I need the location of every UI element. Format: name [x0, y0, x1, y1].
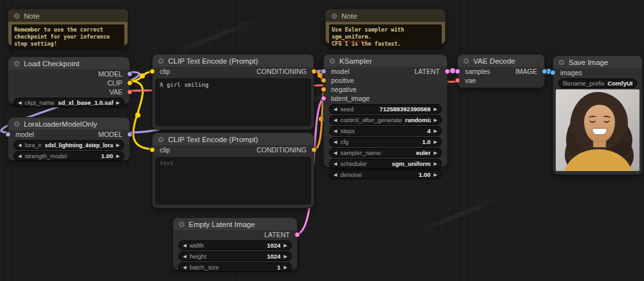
width-widget[interactable]: ◀ width 1024 ▶: [178, 240, 292, 250]
next-value-arrow-icon[interactable]: ▶: [434, 127, 437, 135]
latent-image-input-port[interactable]: [321, 96, 327, 102]
prompt-textarea[interactable]: A girl smiling: [155, 78, 311, 126]
note-text[interactable]: Use Euler sampler with sgm_uniform. CFG …: [329, 24, 442, 50]
ksampler-node[interactable]: KSampler model LATENT positive negative …: [323, 54, 448, 167]
node-title-bar[interactable]: VAE Decode: [458, 55, 544, 67]
widget-value: sdxl_lightning_4step_lora.safetensors: [44, 142, 113, 149]
latent-output-port[interactable]: [444, 69, 450, 75]
prev-value-arrow-icon[interactable]: ◀: [18, 141, 21, 149]
collapse-icon[interactable]: [332, 14, 337, 19]
next-value-arrow-icon[interactable]: ▶: [434, 149, 437, 157]
node-title-bar[interactable]: Empty Latent Image: [173, 218, 297, 230]
sampler-name-widget[interactable]: ◀ sampler_name euler ▶: [329, 148, 442, 158]
prev-value-arrow-icon[interactable]: ◀: [334, 127, 337, 135]
prev-value-arrow-icon[interactable]: ◀: [334, 159, 337, 168]
clip-output-port[interactable]: [127, 80, 133, 86]
denoise-widget[interactable]: ◀ denoise 1.00 ▶: [329, 170, 442, 179]
prev-value-arrow-icon[interactable]: ◀: [334, 116, 337, 124]
prev-value-arrow-icon[interactable]: ◀: [183, 241, 186, 249]
prompt-textarea[interactable]: text: [155, 157, 311, 204]
next-value-arrow-icon[interactable]: ▶: [434, 170, 437, 179]
collapse-icon[interactable]: [179, 222, 184, 227]
node-title-bar[interactable]: CLIP Text Encode (Prompt): [153, 55, 314, 67]
prev-value-arrow-icon[interactable]: ◀: [334, 149, 337, 157]
latent-output-port[interactable]: [294, 232, 300, 238]
note-text-segment: Use Euler sampler with: [332, 26, 404, 33]
clip-input-port[interactable]: [149, 147, 155, 153]
prev-value-arrow-icon[interactable]: ◀: [18, 98, 21, 107]
collapse-icon[interactable]: [158, 137, 164, 142]
node-title-bar[interactable]: Save Image: [553, 56, 642, 68]
next-value-arrow-icon[interactable]: ▶: [117, 152, 120, 160]
height-widget[interactable]: ◀ height 1024 ▶: [178, 251, 292, 261]
model-output-port[interactable]: [127, 71, 133, 77]
image-output-port[interactable]: [542, 69, 547, 75]
node-title-bar[interactable]: KSampler: [324, 55, 447, 67]
collapse-icon[interactable]: [464, 59, 469, 64]
next-value-arrow-icon[interactable]: ▶: [117, 141, 120, 149]
model-output-port[interactable]: [127, 132, 133, 138]
lora-loader-node[interactable]: LoraLoaderModelOnly model MODEL ◀ lora_n…: [8, 117, 130, 161]
seed-widget[interactable]: ◀ seed 712588392390569 ▶: [329, 104, 442, 114]
model-input-port[interactable]: [321, 69, 327, 75]
save-image-node[interactable]: Save Image images filename_prefix ComfyU…: [553, 55, 643, 175]
widget-value: sgm_uniform: [370, 160, 431, 167]
cfg-widget[interactable]: ◀ cfg 1.0 ▶: [329, 137, 442, 147]
model-input-port[interactable]: [5, 132, 11, 138]
strength-model-widget[interactable]: ◀ strength_model 1.00 ▶: [14, 151, 124, 161]
vae-input-port[interactable]: [455, 78, 460, 84]
node-title-bar[interactable]: Load Checkpoint: [8, 57, 129, 69]
note-node-checkpoint[interactable]: Note Remember to use the correct checkpo…: [8, 9, 128, 46]
empty-latent-image-node[interactable]: Empty Latent Image LATENT ◀ width 1024 ▶…: [173, 217, 298, 270]
prev-value-arrow-icon[interactable]: ◀: [334, 105, 337, 113]
clip-text-encode-positive-node[interactable]: CLIP Text Encode (Prompt) clip CONDITION…: [152, 54, 314, 130]
next-value-arrow-icon[interactable]: ▶: [434, 105, 437, 113]
control-after-generate-widget[interactable]: ◀ control_after_generate randomize ▶: [329, 115, 442, 125]
note-text[interactable]: Remember to use the correct checkpoint f…: [12, 24, 124, 50]
lora-name-widget[interactable]: ◀ lora_name sdxl_lightning_4step_lora.sa…: [14, 140, 124, 150]
next-value-arrow-icon[interactable]: ▶: [434, 116, 437, 124]
prev-value-arrow-icon[interactable]: ◀: [18, 152, 21, 160]
note-title-bar[interactable]: Note: [8, 10, 128, 22]
batch-size-widget[interactable]: ◀ batch_size 1 ▶: [178, 262, 292, 272]
note-node-sampler[interactable]: Note Use Euler sampler with sgm_uniform.…: [325, 9, 446, 44]
node-graph-canvas[interactable]: Note Remember to use the correct checkpo…: [0, 0, 644, 281]
collapse-icon[interactable]: [14, 61, 19, 66]
prev-value-arrow-icon[interactable]: ◀: [183, 252, 186, 260]
steps-widget[interactable]: ◀ steps 4 ▶: [329, 126, 442, 136]
note-title-bar[interactable]: Note: [326, 10, 445, 22]
samples-input-port[interactable]: [455, 69, 460, 75]
negative-input-port[interactable]: [321, 87, 327, 93]
collapse-icon[interactable]: [158, 59, 164, 64]
vae-output-port[interactable]: [127, 89, 133, 95]
node-title-bar[interactable]: CLIP Text Encode (Prompt): [153, 133, 314, 145]
conditioning-output-port[interactable]: [311, 147, 317, 153]
node-title: Load Checkpoint: [24, 60, 79, 68]
load-checkpoint-node[interactable]: Load Checkpoint MODEL CLIP VAE ◀ ckpt_na…: [8, 57, 130, 104]
vae-decode-node[interactable]: VAE Decode samples IMAGE vae: [457, 54, 545, 88]
images-input-port[interactable]: [550, 70, 556, 76]
scheduler-widget[interactable]: ◀ scheduler sgm_uniform ▶: [329, 159, 442, 168]
clip-input-port[interactable]: [149, 69, 155, 75]
next-value-arrow-icon[interactable]: ▶: [434, 159, 437, 168]
next-value-arrow-icon[interactable]: ▶: [284, 252, 287, 260]
collapse-icon[interactable]: [330, 59, 335, 64]
positive-input-port[interactable]: [321, 78, 327, 84]
next-value-arrow-icon[interactable]: ▶: [117, 98, 120, 107]
conditioning-output-port[interactable]: [311, 69, 317, 75]
filename-prefix-widget[interactable]: filename_prefix ComfyUI: [558, 78, 637, 88]
next-value-arrow-icon[interactable]: ▶: [284, 241, 287, 249]
next-value-arrow-icon[interactable]: ▶: [284, 263, 287, 271]
input-label: latent_image: [331, 95, 370, 102]
collapse-icon[interactable]: [14, 14, 19, 19]
prev-value-arrow-icon[interactable]: ◀: [183, 263, 186, 271]
ckpt-name-widget[interactable]: ◀ ckpt_name sd_xl_base_1.0.safetensors ▶: [14, 98, 124, 107]
node-title-bar[interactable]: LoraLoaderModelOnly: [8, 118, 129, 130]
next-value-arrow-icon[interactable]: ▶: [434, 138, 437, 146]
prev-value-arrow-icon[interactable]: ◀: [334, 170, 337, 179]
clip-text-encode-negative-node[interactable]: CLIP Text Encode (Prompt) clip CONDITION…: [152, 132, 314, 208]
node-title: KSampler: [339, 57, 372, 65]
collapse-icon[interactable]: [14, 122, 19, 127]
prev-value-arrow-icon[interactable]: ◀: [334, 138, 337, 146]
collapse-icon[interactable]: [559, 60, 564, 65]
